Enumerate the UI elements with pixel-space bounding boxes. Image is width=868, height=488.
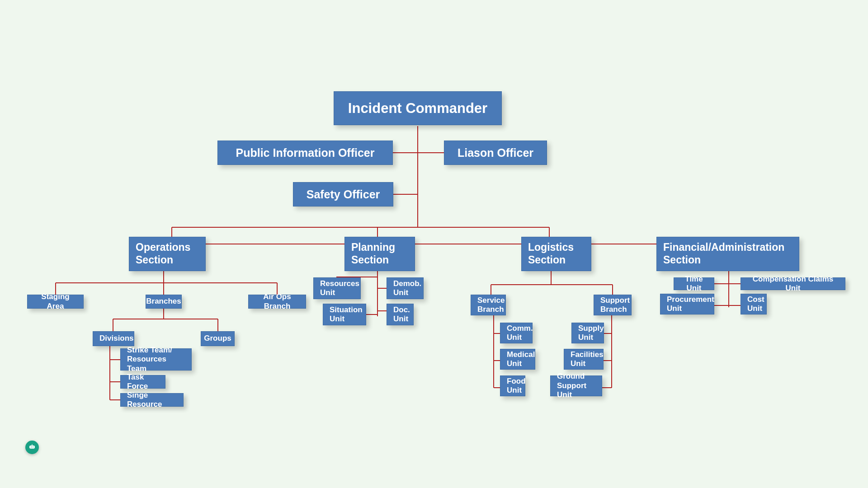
svg-point-44 [31, 446, 32, 447]
node-task-force: Task Force [120, 375, 165, 389]
svg-point-47 [32, 444, 33, 445]
node-demob-unit: Demob. Unit [387, 277, 424, 299]
node-logistics-section: Logistics Section [521, 237, 591, 271]
node-medical-unit: Medical Unit [500, 349, 535, 370]
node-air-ops: Air Ops Branch [248, 295, 306, 309]
node-staging-area: Staging Area [27, 295, 84, 309]
node-planning-section: Planning Section [344, 237, 415, 271]
svg-rect-43 [29, 446, 35, 449]
chat-icon[interactable] [25, 441, 39, 454]
node-service-branch: Service Branch [471, 295, 506, 315]
node-procurement-unit: Procurement Unit [660, 294, 714, 314]
node-incident-commander: Incident Commander [334, 91, 502, 125]
node-resources-unit: Resources Unit [313, 277, 361, 299]
node-branches: Branches [146, 295, 182, 309]
node-single-resource: Singe Resource [120, 393, 184, 407]
node-compensation-unit: Compensation Claims Unit [741, 277, 845, 290]
node-ground-support-unit: Ground Support Unit [550, 375, 602, 396]
node-liaison-officer: Liason Officer [444, 141, 547, 165]
org-chart: Incident Commander Public Information Of… [0, 0, 868, 488]
node-food-unit: Food Unit [500, 375, 525, 396]
node-comm-unit: Comm. Unit [500, 323, 533, 343]
node-operations-section: Operations Section [129, 237, 206, 271]
node-supply-unit: Supply Unit [571, 323, 604, 343]
node-situation-unit: Situation Unit [323, 304, 366, 325]
node-facilities-unit: Facilities Unit [564, 349, 604, 370]
node-doc-unit: Doc. Unit [387, 304, 414, 325]
node-public-information-officer: Public Information Officer [217, 141, 393, 165]
node-groups: Groups [201, 331, 235, 346]
node-support-branch: Support Branch [594, 295, 632, 315]
node-finance-section: Financial/Administration Section [656, 237, 799, 271]
node-safety-officer: Safety Officer [293, 182, 393, 206]
node-time-unit: Time Unit [674, 277, 714, 290]
node-cost-unit: Cost Unit [741, 294, 767, 314]
node-strike-team: Strike Team/ Resources Team [120, 348, 192, 371]
svg-point-45 [33, 446, 33, 447]
node-divisions: Divisions [93, 331, 134, 346]
